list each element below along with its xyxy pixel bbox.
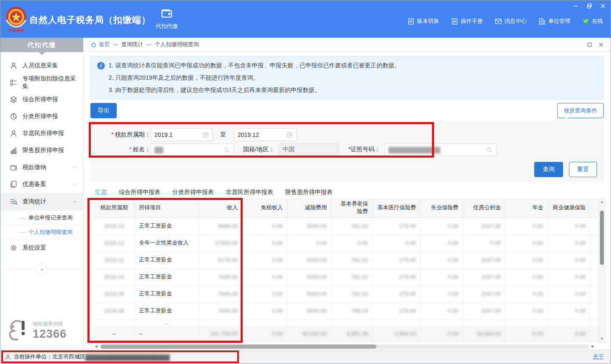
sidebar-subitem-1[interactable]: 个人扣缴明细查询 [0,225,83,239]
cell-value: 0.00 [533,257,543,263]
app-window: 中国税务 自然人电子税务局（扣缴端） 代扣代缴 版本切换操作手册消息中心单位管理… [0,0,611,364]
sidebar-item-0[interactable]: 人员信息采集 [0,57,83,74]
chevron-down-icon [72,165,77,170]
top-menu-item-2[interactable]: 消息中心 [495,17,527,25]
table-row[interactable]: 2019-12正常工资薪金9985.000.005000.00761.52279… [94,217,599,234]
panel-close-icon[interactable] [598,42,604,47]
table-row[interactable]: 2019-12全年一次性奖金收入27500.000.000.000.000.00… [94,234,599,251]
sidebar-title: 代扣代缴 [0,38,83,52]
nationality-label: 国籍/地区： [243,146,275,153]
caret-up-notch [562,117,571,121]
sidebar-item-8[interactable]: 查询统计 [0,193,83,210]
horizontal-scroll-thumb[interactable] [101,345,376,349]
search-icon[interactable] [224,147,230,153]
top-menu-item-4[interactable]: 在线 [582,17,603,25]
cell-value: 2019-11 [104,257,124,263]
sidebar: 代扣代缴 人员信息采集专项附加扣除信息采集综合所得申报分类所得申报非居民所得申报… [0,38,84,350]
top-menu-item-0[interactable]: 版本切换 [407,17,439,25]
table-row[interactable]: .. [94,319,599,326]
scroll-down-icon[interactable]: ▼ [599,336,605,342]
scroll-up-icon[interactable]: ▲ [599,200,605,205]
tax-hotline-logo: 纳税服务热线 12366 [5,318,67,343]
id-number-input[interactable]: ▓▓▓▓▓▓▓▓▓▓▓▓ [384,143,496,156]
export-button[interactable]: 导出 [90,103,117,118]
calendar-icon[interactable] [286,132,293,138]
top-menu-item-3[interactable]: 单位管理 [538,17,570,25]
cell-value: 0.00 [272,274,283,280]
person-icon [10,130,17,137]
cell-value: 27500.00 [215,240,238,246]
sidebar-item-1[interactable]: 专项附加扣除信息采集 [0,74,83,91]
cell-value: 0.00 [575,331,586,337]
horizontal-scrollbar[interactable]: ◀ ▶ [95,344,594,350]
cell-value: 0.00 [448,257,458,263]
form-row-period: *税款所属期： 2019.1 至 2019.12 [90,128,604,141]
period-label: *税款所属期： [90,131,151,139]
cell-value: 5000.00 [307,257,327,263]
top-menu: 版本切换操作手册消息中心单位管理在线 [407,17,603,25]
table-total-row[interactable]: ----161,743.000.0060,000.008,991.362,964… [94,326,599,342]
scroll-right-icon[interactable]: ▶ [591,344,594,348]
query-form-panel: *税款所属期： 2019.1 至 2019.12 *姓名： ▓▓ 国籍/地区： [90,121,604,182]
sidebar-item-label: 专项附加扣除信息采集 [22,75,77,90]
period-from-input[interactable]: 2019.1 [151,128,213,141]
cell-value: 761.52 [351,257,368,263]
search-icon[interactable] [486,147,493,153]
calendar-icon[interactable] [202,132,209,138]
column-header-7: 失业保险费 [420,198,463,217]
top-menu-item-1[interactable]: 操作手册 [451,17,483,25]
cell-value: 0.00 [575,274,586,280]
minimize-icon[interactable] [572,3,579,9]
table-row[interactable]: 2019-08正常工资薪金7645.000.005000.00798.24279… [94,302,599,319]
cell-value: 0.00 [490,240,501,246]
scroll-left-icon[interactable]: ◀ [95,344,98,348]
panel-maximize-icon[interactable] [587,42,592,47]
about-link[interactable]: 关于 [593,353,604,361]
cell-value: 0.00 [575,257,586,263]
cell-value: 0.00 [272,308,283,314]
sidebar-item-4[interactable]: 非居民所得申报 [0,125,83,142]
cell-value: 2019-08 [104,308,124,314]
table-row[interactable]: 2019-11正常工资薪金9178.000.005000.00761.52279… [94,251,599,268]
cell-value: 2019-09 [104,291,124,297]
sidebar-subitem-0[interactable]: 单位申报记录查询 [0,210,83,225]
reset-button[interactable]: 重置 [569,162,597,177]
module-tab-withholding[interactable]: 代扣代缴 [148,6,185,30]
collapse-query-button[interactable]: 收折查询条件 [557,103,604,118]
query-button[interactable]: 查询 [534,162,563,177]
cell-value: 0.00 [448,331,458,337]
form-row-person: *姓名： ▓▓ 国籍/地区： 中国 *证照号码： ▓▓▓▓▓▓▓▓▓▓▓▓ [90,143,604,156]
restore-icon[interactable] [586,3,593,9]
result-table: 税款所属期所得项目收入免税收入减除费用基本养老保险费基本医疗保险费失业保险费住房… [94,198,599,342]
nationality-input: 中国 [279,143,339,156]
sidebar-item-5[interactable]: 限售股所得申报 [0,142,83,159]
sidebar-collapse-button[interactable]: « [36,264,48,275]
id-label: *证照号码： [348,146,380,153]
close-icon[interactable] [600,3,606,9]
sidebar-item-7[interactable]: 优惠备案 [0,176,83,193]
top-menu-label: 在线 [592,17,603,25]
cell-value: 正常工资薪金 [139,222,172,229]
cell-value: 0.00 [575,240,586,246]
breadcrumb-item: 个人扣缴明细查询 [155,41,199,48]
sidebar-item-6[interactable]: 税款缴纳 [0,159,83,176]
name-input[interactable]: ▓▓ [151,143,234,156]
cell-value: 0.00 [575,291,586,297]
sidebar-item-9[interactable]: 系统设置 [0,239,83,256]
table-row[interactable]: 2019-10正常工资薪金7645.000.005000.00761.52279… [94,268,599,285]
table-row[interactable]: 2019-09正常工资薪金7645.000.005000.00761.52279… [94,285,599,302]
pie-chart-icon [10,113,17,120]
vertical-scrollbar[interactable]: ▲ ▼ [599,198,605,343]
top-menu-label: 版本切换 [417,17,439,25]
period-from-value: 2019.1 [154,131,173,138]
sidebar-item-3[interactable]: 分类所得申报 [0,108,83,125]
hotline-label: 纳税服务热线 [33,320,67,328]
wallet-icon [160,13,173,20]
national-emblem-logo: 中国税务 [4,6,28,33]
sidebar-item-2[interactable]: 综合所得申报 [0,91,83,108]
period-to-input[interactable]: 2019.12 [234,128,297,141]
vertical-scroll-thumb[interactable] [600,211,604,265]
cell-value: 1547.00 [481,257,501,263]
breadcrumb-home[interactable]: 首页 [99,41,110,48]
breadcrumb-item: 查询统计 [121,41,143,48]
